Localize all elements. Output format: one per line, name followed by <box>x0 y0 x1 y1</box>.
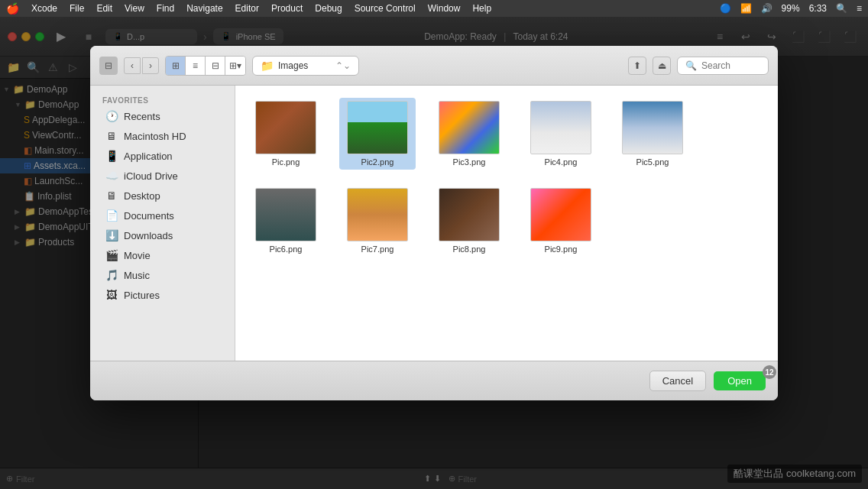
file-thumbnail-pic5 <box>622 101 683 154</box>
file-name: Pic9.png <box>545 244 578 254</box>
sidebar-item-label: Downloads <box>124 230 173 241</box>
sidebar-toggle-button[interactable]: ⊟ <box>99 57 118 75</box>
control-strip-icon[interactable]: ≡ <box>857 3 862 14</box>
file-name: Pic6.png <box>270 244 303 254</box>
search-input[interactable] <box>701 60 760 71</box>
file-thumbnail-pic4 <box>530 101 591 154</box>
file-name: Pic4.png <box>545 157 578 167</box>
movie-icon: 🎬 <box>105 249 118 261</box>
file-thumbnail-pic1 <box>255 101 316 154</box>
file-thumbnail-pic7 <box>347 188 408 241</box>
folder-selector[interactable]: 📁 Images ⌃⌄ <box>252 56 359 76</box>
file-item-pic3[interactable]: Pic3.png <box>431 98 507 170</box>
file-item-pic8[interactable]: Pic8.png <box>431 185 507 257</box>
dialog-body: Favorites 🕐 Recents 🖥 Macintosh HD 📱 App… <box>90 86 778 361</box>
menubar: 🍎 Xcode File Edit View Find Navigate Edi… <box>0 0 868 17</box>
sidebar-item-downloads[interactable]: ⬇️ Downloads <box>93 225 232 245</box>
file-item-pic4[interactable]: Pic4.png <box>523 98 599 170</box>
current-folder-name: Images <box>278 60 308 71</box>
menu-source-control[interactable]: Source Control <box>355 3 416 14</box>
dialog-bottom-bar: Cancel Open 12 <box>90 361 778 400</box>
menu-navigate[interactable]: Navigate <box>186 3 222 14</box>
music-icon: 🎵 <box>105 269 118 281</box>
file-grid: Pic.png Pic2.png Pic3.png Pic4.png <box>248 98 766 257</box>
file-thumbnail-pic2 <box>347 101 408 154</box>
sidebar-item-movie[interactable]: 🎬 Movie <box>93 245 232 265</box>
file-thumbnail-pic6 <box>255 188 316 241</box>
open-count-badge: 12 <box>763 365 776 379</box>
sidebar-item-label: Recents <box>124 111 160 122</box>
column-view-button[interactable]: ⊟ <box>206 57 225 75</box>
dialog-toolbar-right: ⬆ ⏏ 🔍 <box>628 57 769 75</box>
sidebar-item-label: Movie <box>124 250 151 261</box>
icon-view-button[interactable]: ⊞ <box>166 57 186 75</box>
menu-view[interactable]: View <box>125 3 144 14</box>
menu-window[interactable]: Window <box>428 3 461 14</box>
sidebar-item-pictures[interactable]: 🖼 Pictures <box>93 285 232 305</box>
forward-button[interactable]: › <box>142 57 159 74</box>
search-menu-icon[interactable]: 🔍 <box>836 3 847 14</box>
file-name: Pic8.png <box>453 244 486 254</box>
menu-help[interactable]: Help <box>472 3 491 14</box>
icloud-icon: ☁️ <box>105 170 118 182</box>
sidebar-item-label: Music <box>124 270 150 281</box>
folder-icon: 📁 <box>261 60 274 72</box>
file-item-pic2[interactable]: Pic2.png <box>339 98 416 170</box>
documents-icon: 📄 <box>105 209 118 222</box>
menu-file[interactable]: File <box>70 3 84 14</box>
menu-debug[interactable]: Debug <box>315 3 342 14</box>
dialog-sidebar: Favorites 🕐 Recents 🖥 Macintosh HD 📱 App… <box>90 86 235 361</box>
file-item-pic9[interactable]: Pic9.png <box>523 185 599 257</box>
menu-product[interactable]: Product <box>271 3 303 14</box>
menu-xcode[interactable]: Xcode <box>31 3 57 14</box>
view-mode-group: ⊞ ≡ ⊟ ⊞▾ <box>165 56 246 76</box>
file-item-pic7[interactable]: Pic7.png <box>339 185 416 257</box>
recents-icon: 🕐 <box>105 110 118 122</box>
eject-button[interactable]: ⏏ <box>653 57 671 75</box>
list-view-button[interactable]: ≡ <box>186 57 206 75</box>
wifi-icon: 📶 <box>740 3 752 14</box>
macintosh-hd-icon: 🖥 <box>105 130 118 142</box>
sidebar-item-music[interactable]: 🎵 Music <box>93 265 232 285</box>
share-button[interactable]: ⬆ <box>628 57 646 75</box>
sidebar-item-label: Application <box>124 151 173 162</box>
downloads-icon: ⬇️ <box>105 229 118 241</box>
file-item-pic1[interactable]: Pic.png <box>248 98 324 170</box>
sidebar-item-label: Pictures <box>124 290 160 301</box>
menu-editor[interactable]: Editor <box>235 3 259 14</box>
menu-find[interactable]: Find <box>157 3 174 14</box>
file-thumbnail-pic8 <box>439 188 500 241</box>
back-button[interactable]: ‹ <box>124 57 141 74</box>
file-name: Pic.png <box>272 157 300 167</box>
pictures-icon: 🖼 <box>105 289 118 301</box>
folder-chevron-icon: ⌃⌄ <box>335 60 351 71</box>
sidebar-item-label: Macintosh HD <box>124 131 186 142</box>
file-name: Pic5.png <box>636 157 669 167</box>
sidebar-item-macintosh-hd[interactable]: 🖥 Macintosh HD <box>93 126 232 146</box>
search-box: 🔍 <box>677 57 769 75</box>
file-item-pic5[interactable]: Pic5.png <box>614 98 691 170</box>
search-icon: 🔍 <box>685 60 697 71</box>
file-thumbnail-pic3 <box>439 101 500 154</box>
dialog-file-grid: Pic.png Pic2.png Pic3.png Pic4.png <box>235 86 778 361</box>
gallery-view-button[interactable]: ⊞▾ <box>225 57 245 75</box>
apple-menu[interactable]: 🍎 <box>6 2 19 15</box>
sidebar-item-label: Desktop <box>124 190 160 202</box>
cancel-button[interactable]: Cancel <box>649 371 706 391</box>
application-icon: 📱 <box>105 150 118 162</box>
file-name: Pic7.png <box>361 244 394 254</box>
file-thumbnail-pic9 <box>530 188 591 241</box>
sidebar-item-label: Documents <box>124 210 174 222</box>
sidebar-item-icloud-drive[interactable]: ☁️ iCloud Drive <box>93 166 232 186</box>
sidebar-item-documents[interactable]: 📄 Documents <box>93 206 232 225</box>
time-display: 6:33 <box>809 3 827 14</box>
file-item-pic6[interactable]: Pic6.png <box>248 185 324 257</box>
open-button[interactable]: Open <box>714 371 766 390</box>
sidebar-item-label: iCloud Drive <box>124 170 178 182</box>
file-open-dialog: ⊟ ‹ › ⊞ ≡ ⊟ ⊞▾ 📁 Images ⌃⌄ ⬆ ⏏ 🔍 <box>90 46 778 400</box>
menu-edit[interactable]: Edit <box>96 3 112 14</box>
sidebar-item-desktop[interactable]: 🖥 Desktop <box>93 186 232 206</box>
sidebar-item-application[interactable]: 📱 Application <box>93 146 232 166</box>
sidebar-item-recents[interactable]: 🕐 Recents <box>93 106 232 126</box>
open-button-wrapper: Open 12 <box>714 371 766 390</box>
